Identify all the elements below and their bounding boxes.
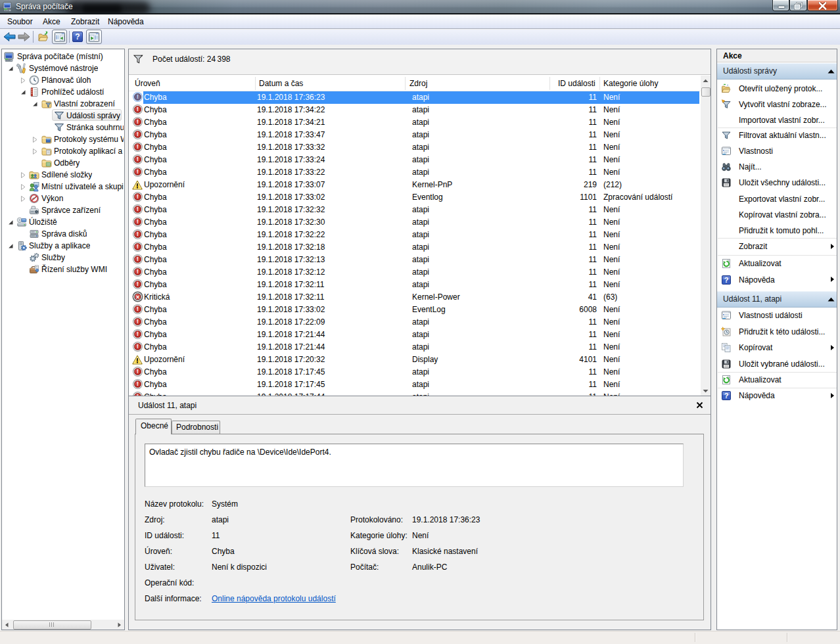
svg-text:?: ? <box>724 276 729 284</box>
svg-text:?: ? <box>724 392 729 400</box>
svg-text:?: ? <box>75 32 80 41</box>
